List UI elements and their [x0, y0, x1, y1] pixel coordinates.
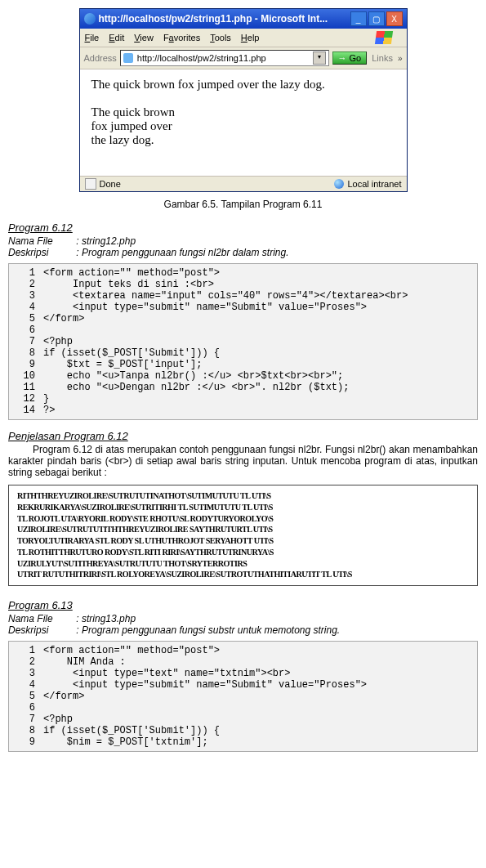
go-label: Go [350, 53, 362, 63]
desc-value-613: : Program penggunaan fungsi substr untuk… [76, 624, 340, 636]
menu-edit[interactable]: Edit [109, 33, 124, 43]
file-value-613: : string13.php [76, 613, 136, 624]
window-control-buttons: _ ▢ X [350, 11, 403, 26]
line-text: <input type="text" name="txtnim"><br> [43, 668, 290, 679]
page-content: The quick brown fox jumped over the lazy… [80, 69, 407, 176]
line-number: 7 [9, 336, 43, 347]
code-line: 14?> [9, 405, 477, 416]
figure-caption: Gambar 6.5. Tampilan Program 6.11 [8, 199, 478, 210]
go-arrow-icon: → [338, 53, 347, 63]
line-number: 2 [9, 279, 43, 290]
line-number: 7 [9, 714, 43, 725]
program-612-desc: Deskripsi : Program penggunaan fungsi nl… [8, 247, 478, 258]
line-number: 8 [9, 725, 43, 736]
code-line: 11 echo "<u>Dengan nl2br :</u> <br>". nl… [9, 382, 477, 393]
line-text: <input type="submit" name="Submit" value… [43, 679, 367, 691]
line-text: if (isset($_POST['Submit'])) { [43, 725, 220, 736]
links-label: Links [370, 53, 395, 63]
code-line: 9 $nim = $_POST['txtnim']; [9, 736, 477, 748]
explanation-612-heading: Penjelasan Program 6.12 [8, 430, 478, 442]
code-line: 4 <input type="submit" name="Submit" val… [9, 302, 477, 313]
content-line-4: the lazy dog. [91, 133, 395, 147]
maximize-button[interactable]: ▢ [368, 11, 385, 26]
code-line: 2 NIM Anda : [9, 656, 477, 668]
content-line-3: fox jumped over [91, 119, 395, 133]
menu-file[interactable]: File [85, 33, 100, 43]
line-number: 14 [9, 405, 43, 416]
line-number: 3 [9, 290, 43, 302]
menu-tools[interactable]: Tools [210, 33, 231, 43]
code-block-612: 1<form action="" method="post">2 Input t… [8, 263, 478, 420]
sample-text-image: RITHTHREYUZIROLIRE\SUTRUTUTINATHOT\SUTIM… [8, 485, 478, 586]
code-line: 2 Input teks di sini :<br> [9, 279, 477, 290]
line-text: <form action="" method="post"> [43, 267, 220, 279]
code-line: 7<?php [9, 336, 477, 347]
program-612-heading: Program 6.12 [8, 221, 478, 234]
address-dropdown-icon[interactable]: ▾ [313, 51, 326, 65]
line-number: 2 [9, 656, 43, 668]
close-button[interactable]: X [386, 11, 403, 26]
line-text: } [43, 393, 49, 405]
code-line: 12} [9, 393, 477, 405]
code-line: 6 [9, 324, 477, 336]
line-number: 8 [9, 347, 43, 359]
line-text: <input type="submit" name="Submit" value… [43, 302, 367, 313]
line-number: 11 [9, 382, 43, 393]
minimize-button[interactable]: _ [350, 11, 367, 26]
address-label: Address [84, 53, 117, 63]
line-text: $txt = $_POST['input']; [43, 359, 202, 370]
status-done: Done [100, 179, 121, 189]
program-613-file: Nama File : string13.php [8, 613, 478, 624]
links-chevron-icon[interactable]: » [398, 54, 403, 63]
line-number: 9 [9, 359, 43, 370]
line-number: 1 [9, 645, 43, 656]
ie-logo-icon [84, 13, 96, 25]
line-text: </form> [43, 313, 84, 324]
line-text: echo "<u>Tanpa nl2br() :</u> <br>$txt<br… [43, 370, 343, 382]
menu-view[interactable]: View [134, 33, 154, 43]
address-input-wrapper: ▾ [120, 50, 329, 66]
code-line: 10 echo "<u>Tanpa nl2br() :</u> <br>$txt… [9, 370, 477, 382]
code-line: 8if (isset($_POST['Submit'])) { [9, 725, 477, 736]
code-block-613: 1<form action="" method="post">2 NIM And… [8, 641, 478, 752]
line-number: 4 [9, 679, 43, 691]
menu-help[interactable]: Help [241, 33, 260, 43]
file-label-613: Nama File [8, 613, 74, 624]
address-input[interactable] [136, 52, 310, 64]
line-number: 6 [9, 324, 43, 336]
line-text: Input teks di sini :<br> [43, 279, 214, 290]
line-text: if (isset($_POST['Submit'])) { [43, 347, 220, 359]
line-number: 1 [9, 267, 43, 279]
line-number: 9 [9, 736, 43, 748]
code-line: 9 $txt = $_POST['input']; [9, 359, 477, 370]
code-line: 1<form action="" method="post"> [9, 645, 477, 656]
file-label: Nama File [8, 235, 74, 247]
line-text: <form action="" method="post"> [43, 645, 220, 656]
page-icon [123, 53, 133, 63]
content-line-1: The quick brown fox jumped over the lazy… [91, 78, 395, 92]
file-value: : string12.php [76, 235, 136, 247]
line-number: 3 [9, 668, 43, 679]
menu-bar: File Edit View Favorites Tools Help [80, 29, 407, 47]
line-text: <?php [43, 714, 73, 725]
title-bar: http://localhost/pw2/string11.php - Micr… [80, 9, 407, 29]
document-icon [85, 178, 96, 190]
program-613-desc: Deskripsi : Program penggunaan fungsi su… [8, 624, 478, 636]
status-zone: Local intranet [347, 179, 401, 189]
line-number: 5 [9, 691, 43, 702]
menu-favorites[interactable]: Favorites [163, 33, 200, 43]
line-number: 12 [9, 393, 43, 405]
line-text: echo "<u>Dengan nl2br :</u> <br>". nl2br… [43, 382, 349, 393]
go-button[interactable]: → Go [332, 51, 368, 65]
explanation-612-text: Program 6.12 di atas merupakan contoh pe… [8, 444, 478, 478]
code-line: 5</form> [9, 313, 477, 324]
code-line: 6 [9, 702, 477, 714]
line-text: NIM Anda : [43, 656, 126, 668]
code-line: 7<?php [9, 714, 477, 725]
code-line: 8if (isset($_POST['Submit'])) { [9, 347, 477, 359]
status-bar: Done Local intranet [80, 176, 407, 191]
desc-label-613: Deskripsi [8, 624, 74, 636]
line-text: ?> [43, 405, 55, 416]
window-title: http://localhost/pw2/string11.php - Micr… [99, 13, 328, 25]
code-line: 1<form action="" method="post"> [9, 267, 477, 279]
